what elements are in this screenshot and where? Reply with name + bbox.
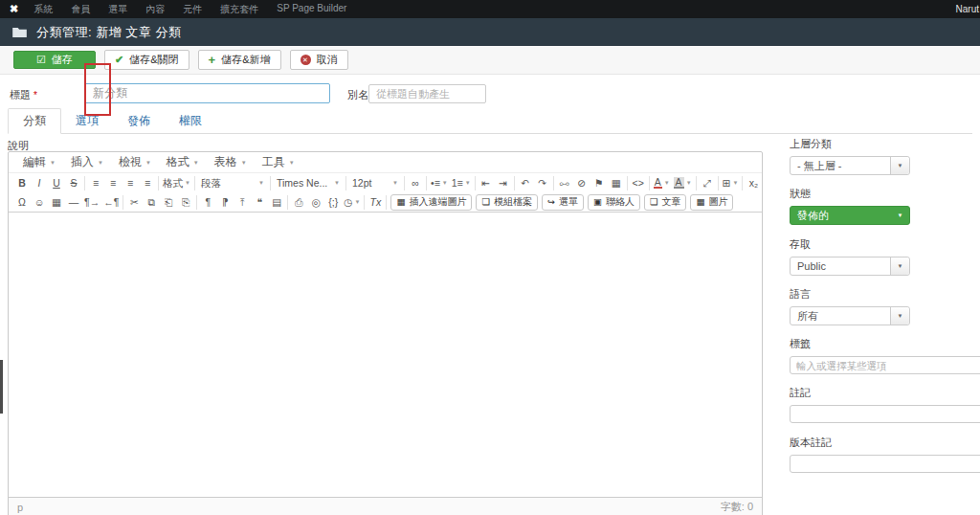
- menu-users[interactable]: 會員: [71, 3, 90, 16]
- chevron-down-icon[interactable]: ▼: [890, 307, 909, 325]
- alias-label: 別名: [347, 88, 368, 102]
- outdent-button[interactable]: ⇤: [478, 176, 495, 190]
- preview-button[interactable]: ◎: [307, 195, 324, 210]
- indent-button[interactable]: ⇥: [495, 176, 512, 190]
- toolbar-group: x₂x²: [743, 176, 762, 190]
- note-input[interactable]: [790, 405, 980, 423]
- template-icon: ⤒: [240, 197, 245, 208]
- paragraph-dropdown-button[interactable]: 段落▼: [197, 176, 268, 190]
- editor-menu-insert[interactable]: 插入▼: [63, 154, 111, 170]
- contact-insert-button[interactable]: ▣聯絡人: [588, 194, 640, 211]
- table-button[interactable]: ⊞▼: [721, 176, 741, 190]
- search-replace-button[interactable]: ∞: [407, 176, 424, 190]
- cut-button[interactable]: ✂: [125, 195, 143, 210]
- access-select[interactable]: Public ▼: [790, 257, 910, 276]
- cancel-button[interactable]: ✕ 取消: [290, 50, 348, 70]
- formats-dropdown-button[interactable]: 格式▼: [161, 176, 192, 190]
- parent-category-select[interactable]: - 無上層 - ▼: [790, 156, 910, 175]
- blockquote-button[interactable]: ❝: [251, 195, 268, 210]
- subscript-button[interactable]: x₂: [745, 176, 762, 190]
- horizontal-rule-button[interactable]: —: [65, 195, 82, 210]
- copy-button[interactable]: ⧉: [143, 195, 160, 210]
- italic-button[interactable]: I: [31, 176, 48, 190]
- insert-datetime-button[interactable]: ◷▼: [342, 195, 362, 210]
- caret-down-icon: ▼: [98, 160, 103, 166]
- menu-components[interactable]: 元件: [183, 3, 202, 16]
- undo-button[interactable]: ↶: [517, 176, 534, 190]
- editor-menu-tools[interactable]: 工具▼: [255, 154, 302, 170]
- chevron-down-icon[interactable]: ▼: [890, 157, 909, 174]
- paste-button[interactable]: ⎗: [160, 195, 177, 210]
- toolbar-group: 格式▼: [159, 176, 195, 190]
- anchor-button[interactable]: ⚑: [590, 176, 608, 190]
- visual-chars-button[interactable]: ¶: [199, 195, 216, 210]
- editor-menu-table[interactable]: 表格▼: [207, 154, 255, 170]
- folder-icon: [12, 27, 27, 37]
- ltr-direction-button[interactable]: ¶→: [82, 195, 101, 210]
- print-button[interactable]: ⎙: [290, 195, 307, 210]
- bullet-list-button[interactable]: •≡▼: [429, 176, 450, 190]
- paste-as-text-button[interactable]: ⎘: [177, 195, 194, 210]
- menu-content[interactable]: 內容: [145, 3, 165, 16]
- module-file-button[interactable]: ❏模組檔案: [476, 194, 538, 211]
- editor-menu-edit[interactable]: 編輯▼: [15, 154, 63, 170]
- bold-button[interactable]: B: [13, 176, 31, 190]
- save-close-button[interactable]: ✔ 儲存&關閉: [104, 50, 189, 70]
- logged-in-user[interactable]: Narut: [956, 4, 979, 14]
- element-path[interactable]: p: [17, 502, 23, 513]
- title-input[interactable]: [84, 83, 330, 103]
- background-color-button[interactable]: A▼: [672, 176, 694, 190]
- align-justify-button[interactable]: ≡: [139, 176, 156, 190]
- emoticons-button[interactable]: ☺: [31, 195, 48, 210]
- menu-sp-page-builder[interactable]: SP Page Builder: [277, 3, 346, 16]
- tags-input[interactable]: [790, 356, 980, 374]
- editor-status-bar: p 字數: 0: [9, 497, 762, 515]
- editor-menu-view[interactable]: 檢視▼: [111, 154, 159, 170]
- subscript-icon: x₂: [749, 178, 758, 189]
- table-of-contents-button[interactable]: ▤: [268, 195, 285, 210]
- menu-insert-button[interactable]: ↪選單: [542, 194, 584, 211]
- media-button[interactable]: ▦: [48, 195, 65, 210]
- insert-image-button[interactable]: ▦: [608, 176, 625, 190]
- language-select[interactable]: 所有 ▼: [790, 306, 910, 325]
- chevron-down-icon[interactable]: ▼: [891, 207, 909, 224]
- underline-button[interactable]: U: [48, 176, 65, 190]
- font-size-dropdown-button[interactable]: 12pt▼: [348, 176, 402, 190]
- text-color-button[interactable]: A▼: [652, 176, 672, 190]
- align-left-button[interactable]: ≡: [87, 176, 104, 190]
- article-insert-button[interactable]: ❏文章: [644, 194, 687, 211]
- insert-link-button[interactable]: ⧟: [556, 176, 573, 190]
- joomla-logo-icon[interactable]: ✖: [10, 4, 18, 14]
- fullscreen-button[interactable]: ⤢: [699, 176, 716, 190]
- editor-content-area[interactable]: [9, 213, 762, 500]
- menu-system[interactable]: 系統: [33, 3, 53, 16]
- source-code-button[interactable]: <>: [630, 176, 647, 190]
- clear-formatting-button[interactable]: Tx: [367, 195, 384, 210]
- tab-permissions[interactable]: 權限: [165, 109, 216, 133]
- font-family-dropdown-button[interactable]: Times Ne...▼: [273, 176, 344, 190]
- remove-link-button[interactable]: ⊘: [573, 176, 590, 190]
- save-new-button[interactable]: + 儲存&新增: [198, 50, 281, 70]
- code-sample-button[interactable]: {;}: [324, 195, 342, 210]
- save-new-label: 儲存&新增: [221, 53, 270, 67]
- redo-button[interactable]: ↷: [534, 176, 551, 190]
- menu-menus[interactable]: 選單: [108, 3, 127, 16]
- align-center-button[interactable]: ≡: [104, 176, 122, 190]
- editor-menu-format[interactable]: 格式▼: [159, 154, 207, 170]
- chevron-down-icon[interactable]: ▼: [890, 258, 909, 275]
- tab-publishing[interactable]: 發佈: [113, 109, 165, 133]
- alias-input[interactable]: [368, 84, 486, 103]
- numbered-list-button[interactable]: 1≡▼: [450, 176, 473, 190]
- special-character-button[interactable]: Ω: [13, 195, 31, 210]
- align-right-button[interactable]: ≡: [122, 176, 139, 190]
- insert-remote-image-button[interactable]: ▦插入遠端圖片: [390, 194, 472, 211]
- template-button[interactable]: ⤒: [234, 195, 251, 210]
- menu-extensions[interactable]: 擴充套件: [220, 3, 258, 16]
- tab-category[interactable]: 分類: [8, 108, 61, 134]
- image-insert-button[interactable]: ▦圖片: [690, 194, 733, 211]
- version-note-input[interactable]: [790, 455, 980, 473]
- status-select[interactable]: 發佈的 ▼: [790, 206, 910, 225]
- rtl-direction-button[interactable]: ←¶: [101, 195, 121, 210]
- visual-blocks-button[interactable]: ⁋: [216, 195, 234, 210]
- strikethrough-button[interactable]: S: [65, 176, 82, 190]
